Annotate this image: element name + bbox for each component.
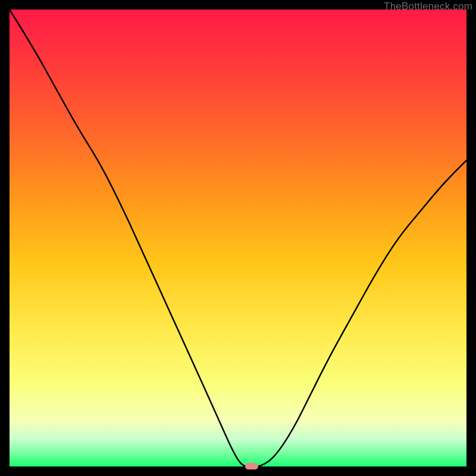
chart-frame: TheBottleneck.com: [0, 0, 476, 476]
chart-svg: [10, 10, 466, 466]
watermark-text: TheBottleneck.com: [384, 1, 472, 12]
optimal-point-marker: [245, 463, 258, 469]
bottleneck-curve: [10, 10, 466, 466]
chart-plot-area: [10, 10, 466, 466]
